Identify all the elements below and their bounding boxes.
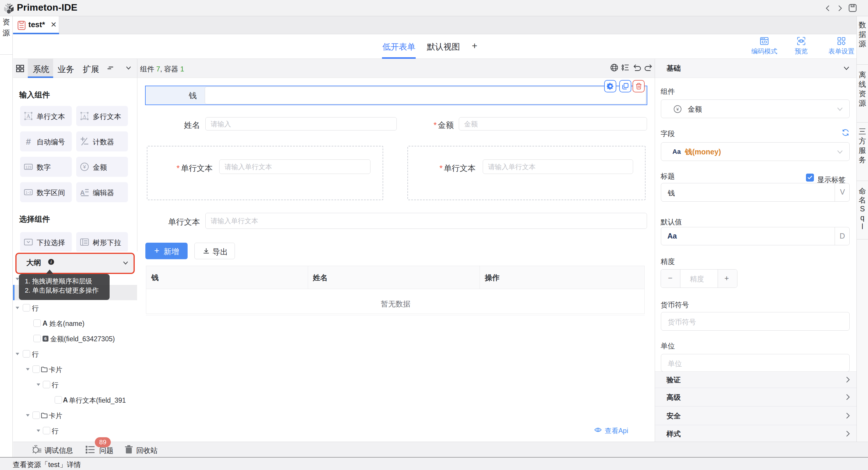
svg-text:¥: ¥	[676, 107, 679, 111]
svg-text:A: A	[80, 189, 85, 196]
svg-text:123: 123	[25, 165, 31, 169]
svg-text:A: A	[27, 113, 30, 119]
svg-text:A: A	[83, 114, 86, 119]
svg-text:i: i	[51, 260, 52, 264]
svg-text:#: #	[26, 137, 31, 146]
svg-text:1~3: 1~3	[26, 191, 31, 194]
svg-text:¥: ¥	[83, 164, 86, 170]
